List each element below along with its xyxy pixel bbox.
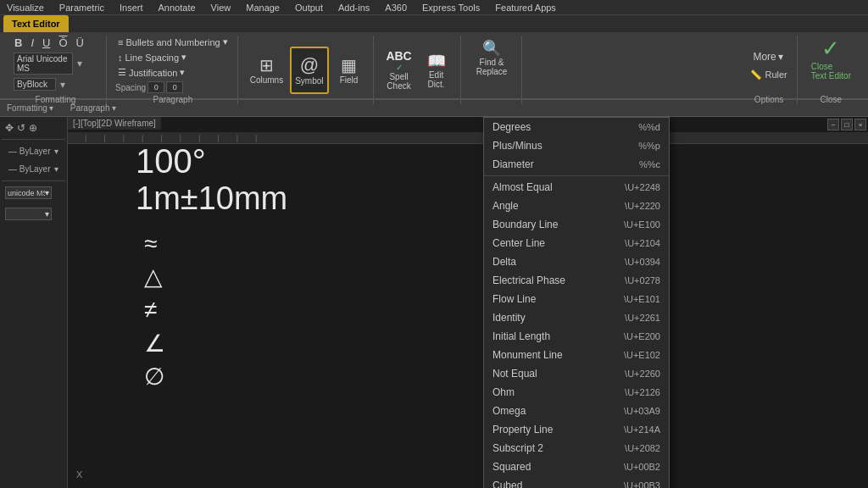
menu-item-plusminus[interactable]: Plus/Minus %%p xyxy=(484,136,669,155)
ribbon-tabs: Text Editor xyxy=(0,15,868,32)
menu-output[interactable]: Output xyxy=(292,3,326,13)
menu-parametric[interactable]: Parametric xyxy=(56,3,108,13)
menu-annotate[interactable]: Annotate xyxy=(155,3,199,13)
menu-item-omega[interactable]: Omega \U+03A9 xyxy=(484,402,669,420)
menu-item-cubed[interactable]: Cubed \U+00B3 xyxy=(484,476,669,488)
line-spacing-dropdown-icon: ▾ xyxy=(181,52,186,63)
diameter-label: Diameter xyxy=(492,158,534,170)
menu-item-center-line[interactable]: Center Line \U+2104 xyxy=(484,234,669,252)
paragraph-dropdown[interactable]: Paragraph ▾ xyxy=(70,103,116,113)
menu-featured[interactable]: Featured Apps xyxy=(492,3,559,13)
menu-item-almost-equal[interactable]: Almost Equal \U+2248 xyxy=(484,178,669,197)
menu-item-not-equal[interactable]: Not Equal \U+2260 xyxy=(484,364,669,383)
menu-item-delta[interactable]: Delta \U+0394 xyxy=(484,252,669,271)
angle-label: Angle xyxy=(492,200,519,212)
viewport-restore-button[interactable]: □ xyxy=(841,119,853,130)
menu-addins[interactable]: Add-ins xyxy=(335,3,373,13)
strikethrough-button[interactable]: Ü xyxy=(74,36,86,50)
main-area: ✥ ↺ ⊕ — ByLayer ▾ — ByLayer ▾ unicode MS… xyxy=(0,117,868,488)
axis-indicator: X xyxy=(76,469,82,480)
size-dropdown-icon: ▾ xyxy=(45,209,49,219)
menu-item-identity[interactable]: Identity \U+2261 xyxy=(484,308,669,327)
menu-item-property-line[interactable]: Property Line \U+214A xyxy=(484,420,669,439)
menu-express[interactable]: Express Tools xyxy=(419,3,483,13)
bullets-button[interactable]: ≡ Bullets and Numbering ▾ xyxy=(115,36,231,48)
line-spacing-icon: ↕ xyxy=(118,53,123,63)
formatting-dropdown-icon: ▾ xyxy=(49,103,53,113)
overline-button[interactable]: Ō xyxy=(56,36,70,50)
monument-line-label: Monument Line xyxy=(492,349,563,361)
ribbon-group-spell: ABC ✓ SpellCheck 📖 EditDict. xyxy=(376,36,461,104)
ruler-icon: 📏 xyxy=(750,69,762,80)
center-line-label: Center Line xyxy=(492,237,545,249)
menu-item-monument-line[interactable]: Monument Line \U+E102 xyxy=(484,346,669,364)
font-name-box[interactable]: Arial Unicode MS xyxy=(14,53,73,75)
symbol-button[interactable]: @ Symbol xyxy=(292,48,326,92)
font-style-box[interactable]: ByBlock xyxy=(14,78,56,91)
spell-check-button[interactable]: ABC ✓ SpellCheck xyxy=(382,48,416,92)
formatting-dropdown[interactable]: Formatting ▾ xyxy=(7,103,53,113)
find-replace-label: Find &Replace xyxy=(476,58,508,76)
menu-item-electrical-phase[interactable]: Electrical Phase \U+0278 xyxy=(484,271,669,290)
find-replace-button[interactable]: 🔍 Find &Replace xyxy=(473,36,511,80)
menu-item-initial-length[interactable]: Initial Length \U+E200 xyxy=(484,327,669,346)
canvas-symbols: ≈ △ ≠ ∠ ∅ xyxy=(144,227,165,393)
menu-view[interactable]: View xyxy=(208,3,235,13)
font-dropdown[interactable]: unicode MS|b0|j... ▾ xyxy=(5,186,52,199)
field-button[interactable]: ▦ Field xyxy=(332,48,366,92)
menu-item-squared[interactable]: Squared \U+00B2 xyxy=(484,458,669,476)
line-spacing-button[interactable]: ↕ Line Spacing ▾ xyxy=(115,51,231,64)
center-line-shortcut: \U+2104 xyxy=(625,238,660,248)
menu-visualize[interactable]: Visualize xyxy=(3,3,47,13)
menu-insert[interactable]: Insert xyxy=(116,3,147,13)
more-button[interactable]: More ▾ xyxy=(748,48,789,65)
symbol-angle: ∠ xyxy=(144,327,165,360)
menu-manage[interactable]: Manage xyxy=(242,3,283,13)
underline-button[interactable]: U xyxy=(40,36,53,50)
bullets-dropdown-icon: ▾ xyxy=(223,36,228,47)
spacing-label: Spacing xyxy=(115,83,146,92)
font-dropdown-label: unicode MS|b0|j... xyxy=(8,189,45,197)
viewport-minimize-button[interactable]: − xyxy=(827,119,839,130)
viewport-label: [-][Top][2D Wireframe] xyxy=(68,117,161,130)
menu-item-ohm[interactable]: Ohm \U+2126 xyxy=(484,383,669,402)
move-icon[interactable]: ✥ xyxy=(5,122,14,134)
bylayer-dropdown1[interactable]: ▾ xyxy=(54,147,58,156)
zoom-icon[interactable]: ⊕ xyxy=(29,122,37,134)
spacing-before-input[interactable]: 0 xyxy=(147,81,164,93)
menu-item-diameter[interactable]: Diameter %%c xyxy=(484,155,669,174)
menu-bar: Visualize Parametric Insert Annotate Vie… xyxy=(0,0,868,15)
symbol-button-wrap: @ Symbol xyxy=(290,47,328,94)
paragraph-dropdown-icon: ▾ xyxy=(112,103,116,113)
menu-item-flow-line[interactable]: Flow Line \U+E101 xyxy=(484,290,669,308)
sidebar-divider1 xyxy=(2,139,65,140)
boundary-line-shortcut: \U+E100 xyxy=(624,219,660,230)
close-text-editor-button[interactable]: ✓ CloseText Editor xyxy=(804,36,858,80)
italic-button[interactable]: I xyxy=(28,36,36,50)
ruler-button[interactable]: 📏 Ruler xyxy=(748,69,789,81)
bold-button[interactable]: B xyxy=(12,36,25,50)
bylayer-row1: — ByLayer ▾ xyxy=(5,145,62,158)
menu-item-subscript2[interactable]: Subscript 2 \U+2082 xyxy=(484,439,669,458)
sidebar-size-section: ▾ xyxy=(2,206,65,222)
font-style-dropdown-icon[interactable]: ▾ xyxy=(60,79,65,91)
tab-text-editor[interactable]: Text Editor xyxy=(3,15,69,32)
not-equal-label: Not Equal xyxy=(492,368,537,380)
paragraph-group-label: Paragraph xyxy=(153,93,193,104)
menu-item-angle[interactable]: Angle \U+2220 xyxy=(484,197,669,215)
edit-dict-button[interactable]: 📖 EditDict. xyxy=(420,48,453,92)
menu-a360[interactable]: A360 xyxy=(381,3,410,13)
sidebar-tools: ✥ ↺ ⊕ xyxy=(2,120,65,136)
justification-button[interactable]: ☰ Justification ▾ xyxy=(115,66,231,79)
left-sidebar: ✥ ↺ ⊕ — ByLayer ▾ — ByLayer ▾ unicode MS… xyxy=(0,117,68,488)
menu-item-degrees[interactable]: Degrees %%d xyxy=(484,118,669,136)
columns-button[interactable]: ⊞ Columns xyxy=(247,48,287,92)
menu-item-boundary-line[interactable]: Boundary Line \U+E100 xyxy=(484,215,669,234)
rotate-icon[interactable]: ↺ xyxy=(17,122,25,134)
font-name-dropdown-icon[interactable]: ▾ xyxy=(77,58,82,69)
size-dropdown[interactable]: ▾ xyxy=(5,208,52,220)
formatting-subbar-label: Formatting xyxy=(7,103,47,113)
viewport-close-button[interactable]: × xyxy=(854,119,866,130)
spacing-after-input[interactable]: 0 xyxy=(166,81,183,93)
bylayer-dropdown2[interactable]: ▾ xyxy=(54,164,58,174)
